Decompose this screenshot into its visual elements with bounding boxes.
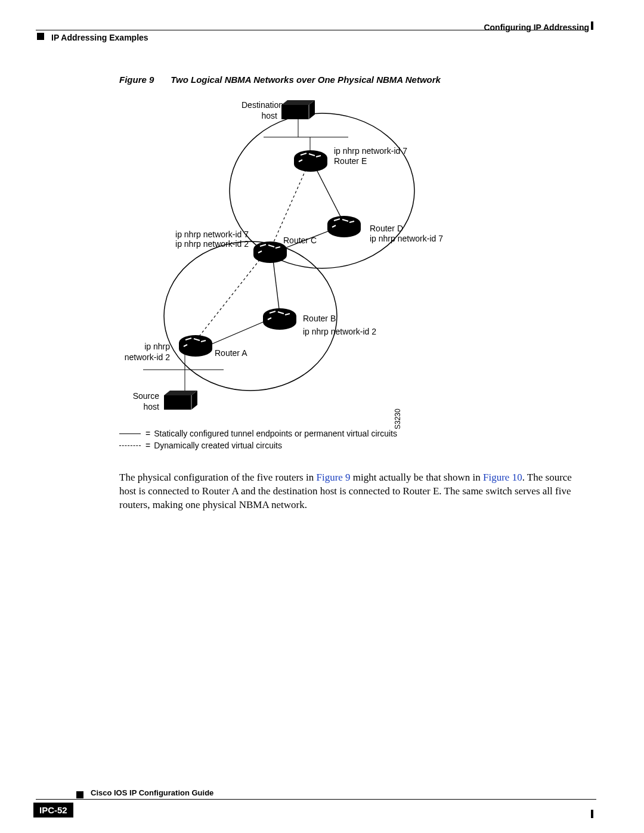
link-figure-10[interactable]: Figure 10	[483, 472, 522, 483]
svg-point-10	[294, 156, 327, 172]
router-d-icon	[327, 216, 361, 237]
figure-label: Figure 9	[119, 75, 154, 85]
figure-code: S3230	[394, 408, 402, 429]
figure-caption: Figure 9Two Logical NBMA Networks over O…	[119, 75, 441, 85]
svg-point-16	[253, 247, 287, 263]
footer-tick-right	[591, 810, 593, 818]
body-t2: might actually be that shown in	[351, 472, 483, 483]
dashed-line-icon	[119, 445, 141, 446]
svg-line-28	[199, 256, 262, 336]
solid-line-icon	[119, 433, 141, 434]
svg-point-19	[263, 314, 296, 330]
label-router-c-id1: ip nhrp network-id 7	[168, 230, 249, 240]
legend-dynamic-text: Dynamically created virtual circuits	[154, 441, 282, 450]
page-number: IPC-52	[33, 803, 73, 817]
figure-legend: = Statically configured tunnel endpoints…	[119, 426, 397, 453]
svg-line-23	[316, 169, 341, 218]
footer-guide-title: Cisco IOS IP Configuration Guide	[91, 788, 213, 797]
label-router-e: Router E	[334, 156, 367, 167]
header-square-icon	[37, 33, 44, 40]
footer-square-icon	[76, 791, 83, 798]
header-tick-right	[591, 21, 593, 30]
svg-line-25	[273, 169, 306, 243]
svg-point-22	[179, 341, 212, 357]
footer-rule	[36, 799, 596, 800]
label-router-d: Router D	[370, 224, 403, 234]
running-header-right: Configuring IP Addressing	[484, 23, 589, 32]
svg-line-27	[208, 321, 266, 346]
svg-line-26	[273, 260, 279, 309]
label-router-a: Router A	[215, 348, 247, 359]
figure-title: Two Logical NBMA Networks over One Physi…	[171, 75, 441, 85]
router-e-icon	[294, 150, 327, 172]
legend-static-text: Statically configured tunnel endpoints o…	[154, 429, 397, 438]
label-router-d-id: ip nhrp network-id 7	[370, 234, 443, 244]
body-paragraph: The physical configuration of the five r…	[119, 471, 590, 512]
label-router-a-id: ip nhrp network-id 2	[119, 342, 170, 363]
router-b-icon	[263, 308, 296, 330]
router-c-icon	[253, 241, 287, 263]
label-dest-host: Destination host	[242, 100, 277, 121]
label-router-c-id2: ip nhrp network-id 2	[168, 239, 249, 250]
router-a-icon	[179, 335, 212, 357]
figure-diagram: Destination host ip nhrp network-id 7 Ro…	[119, 95, 549, 453]
running-header-left: IP Addressing Examples	[51, 33, 148, 42]
label-router-e-id: ip nhrp network-id 7	[334, 146, 407, 157]
label-source-host: Source host	[129, 391, 159, 412]
label-router-b-id: ip nhrp network-id 2	[303, 327, 376, 337]
label-router-c: Router C	[283, 236, 317, 246]
body-t1: The physical configuration of the five r…	[119, 472, 316, 483]
label-router-b: Router B	[303, 314, 336, 324]
link-figure-9[interactable]: Figure 9	[316, 472, 350, 483]
